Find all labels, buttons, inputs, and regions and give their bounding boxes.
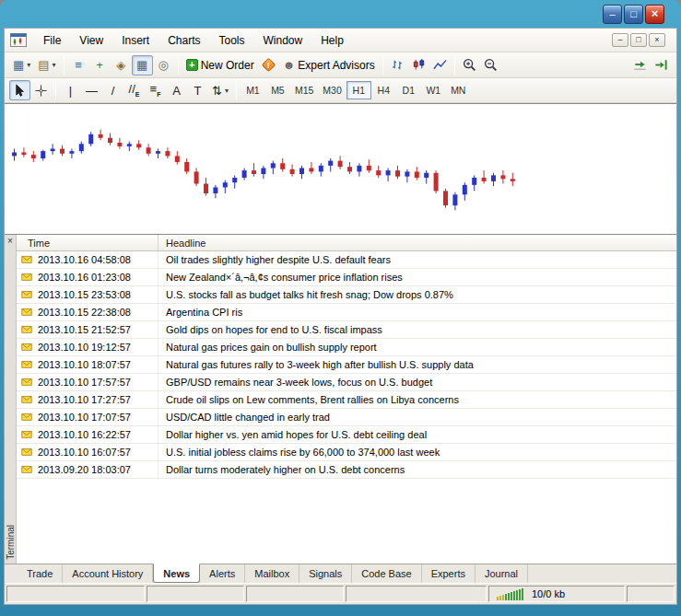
news-time-cell: 2013.09.20 18:03:07	[17, 461, 159, 478]
timeframe-d1[interactable]: D1	[396, 81, 421, 99]
timeframe-h1[interactable]: H1	[346, 81, 371, 99]
news-row[interactable]: 2013.10.10 17:27:57Crude oil slips on Le…	[17, 391, 676, 409]
tab-alerts[interactable]: Alerts	[200, 564, 245, 583]
news-row[interactable]: 2013.10.10 17:57:57GBP/USD remains near …	[17, 374, 676, 391]
tab-experts[interactable]: Experts	[422, 564, 476, 583]
conn-bar	[505, 594, 507, 600]
column-header-headline[interactable]: Headline	[159, 235, 676, 250]
tab-account-history[interactable]: Account History	[63, 564, 153, 583]
toolbar-standard: ▦▾▤▾≡+◈▦◎+New Order!☻Expert Advisors	[5, 52, 676, 78]
toolbar-separator	[454, 56, 455, 75]
conn-bar	[497, 597, 499, 600]
market-watch-button[interactable]: ≡	[68, 55, 89, 76]
news-row[interactable]: 2013.10.16 04:58:08Oil trades slightly h…	[17, 251, 676, 269]
channel-button[interactable]: //E	[123, 80, 145, 100]
terminal-tab-bar: TradeAccount HistoryNewsAlertsMailboxSig…	[5, 564, 676, 583]
terminal-button[interactable]: ▦	[132, 55, 153, 76]
menu-charts[interactable]: Charts	[159, 30, 209, 51]
news-row[interactable]: 2013.10.10 16:22:57Dollar higher vs. yen…	[17, 426, 676, 444]
mail-icon	[20, 377, 33, 388]
candlestick-chart[interactable]	[5, 103, 676, 235]
column-header-time[interactable]: Time	[17, 235, 159, 250]
profiles-button[interactable]: ▤▾	[34, 55, 59, 76]
fibonacci-button[interactable]: ≡F	[145, 80, 166, 100]
window-restore-button[interactable]: □	[624, 5, 643, 24]
news-row[interactable]: 2013.09.20 18:03:07Dollar turns moderate…	[17, 461, 676, 479]
horizontal-line-button[interactable]: —	[81, 80, 102, 100]
tab-trade[interactable]: Trade	[18, 564, 63, 583]
dropdown-arrow-icon[interactable]: ▾	[53, 61, 56, 69]
news-row[interactable]: 2013.10.15 21:52:57Gold dips on hopes fo…	[17, 321, 676, 339]
timeframe-m30[interactable]: M30	[318, 81, 346, 99]
metaeditor-icon: !	[261, 58, 276, 73]
zoom-out-button[interactable]	[480, 55, 501, 76]
zoom-in-button[interactable]	[459, 55, 480, 76]
terminal-close-button[interactable]: ×	[7, 235, 13, 247]
news-row[interactable]: 2013.10.10 17:07:57USD/CAD little change…	[17, 409, 676, 426]
news-time: 2013.10.10 19:12:57	[38, 342, 131, 353]
mdi-restore-button[interactable]: □	[630, 33, 647, 47]
menu-help[interactable]: Help	[311, 30, 353, 51]
chart-shift-button[interactable]	[651, 55, 672, 76]
timeframe-m5[interactable]: M5	[265, 81, 290, 99]
trendline-button[interactable]: /	[102, 80, 123, 100]
text-button[interactable]: A	[166, 80, 187, 100]
titlebar[interactable]: –□×	[4, 0, 677, 28]
news-row[interactable]: 2013.10.15 23:53:08U.S. stocks fall as b…	[17, 286, 676, 304]
timeframe-h4[interactable]: H4	[371, 81, 396, 99]
mdi-minimize-button[interactable]: –	[612, 33, 628, 47]
metaeditor-button[interactable]: !	[258, 55, 279, 76]
tab-signals[interactable]: Signals	[299, 564, 352, 583]
news-row[interactable]: 2013.10.10 19:12:57Natural gas prices ga…	[17, 339, 676, 356]
news-time: 2013.10.15 22:38:08	[38, 307, 131, 318]
timeframe-w1[interactable]: W1	[421, 81, 446, 99]
cursor-button[interactable]	[9, 80, 30, 100]
menu-window[interactable]: Window	[254, 30, 312, 51]
news-row[interactable]: 2013.10.10 16:07:57U.S. initial jobless …	[17, 444, 676, 461]
news-time-cell: 2013.10.10 16:22:57	[17, 426, 159, 443]
timeframe-mn[interactable]: MN	[446, 81, 471, 99]
line-chart-button[interactable]	[429, 55, 451, 76]
line-chart-icon	[433, 58, 447, 72]
vertical-line-button[interactable]: |	[60, 80, 81, 100]
toolbar-separator	[178, 56, 179, 75]
news-time: 2013.09.20 18:03:07	[38, 464, 131, 475]
auto-scroll-button[interactable]	[629, 55, 651, 76]
dropdown-arrow-icon[interactable]: ▾	[27, 61, 30, 69]
cursor-icon	[13, 84, 27, 98]
news-row[interactable]: 2013.10.10 18:07:57Natural gas futures r…	[17, 356, 676, 374]
tab-journal[interactable]: Journal	[476, 564, 528, 583]
timeframe-m15[interactable]: M15	[290, 81, 318, 99]
candlestick-chart-button[interactable]	[408, 55, 429, 76]
data-window-button[interactable]: +	[89, 55, 111, 76]
news-headline: U.S. initial jobless claims rise by 66,0…	[159, 447, 676, 458]
menu-tools[interactable]: Tools	[210, 30, 254, 51]
mdi-close-button[interactable]: ×	[649, 33, 665, 47]
arrows-button[interactable]: ⇅▾	[208, 80, 232, 100]
news-time: 2013.10.10 16:22:57	[38, 429, 131, 440]
news-row[interactable]: 2013.10.15 22:38:08Argentina CPI ris	[17, 304, 676, 321]
new-order-button[interactable]: +New Order	[182, 55, 258, 76]
menu-insert[interactable]: Insert	[112, 30, 159, 51]
status-cell-main	[346, 586, 487, 602]
status-cell-end	[627, 586, 675, 602]
crosshair-button[interactable]	[30, 80, 52, 100]
titlebar-buttons: –□×	[603, 5, 664, 24]
news-row[interactable]: 2013.10.16 01:23:08New Zealand×´â,¬â,¢s …	[17, 269, 676, 286]
news-time-cell: 2013.10.15 23:53:08	[17, 286, 159, 303]
window-close-button[interactable]: ×	[645, 5, 664, 24]
expert-advisors-button[interactable]: ☻Expert Advisors	[279, 55, 379, 76]
timeframe-m1[interactable]: M1	[241, 81, 265, 99]
tab-mailbox[interactable]: Mailbox	[245, 564, 299, 583]
navigator-button[interactable]: ◈	[111, 55, 132, 76]
text-label-button[interactable]: T	[187, 80, 208, 100]
dropdown-arrow-icon[interactable]: ▾	[225, 87, 229, 95]
bar-chart-button[interactable]	[387, 55, 408, 76]
menu-view[interactable]: View	[70, 30, 112, 51]
tab-news[interactable]: News	[153, 564, 200, 583]
strategy-tester-button[interactable]: ◎	[153, 55, 174, 76]
menu-file[interactable]: File	[34, 30, 70, 51]
window-minimize-button[interactable]: –	[603, 5, 622, 24]
new-chart-button[interactable]: ▦▾	[9, 55, 34, 76]
tab-code-base[interactable]: Code Base	[352, 564, 421, 583]
